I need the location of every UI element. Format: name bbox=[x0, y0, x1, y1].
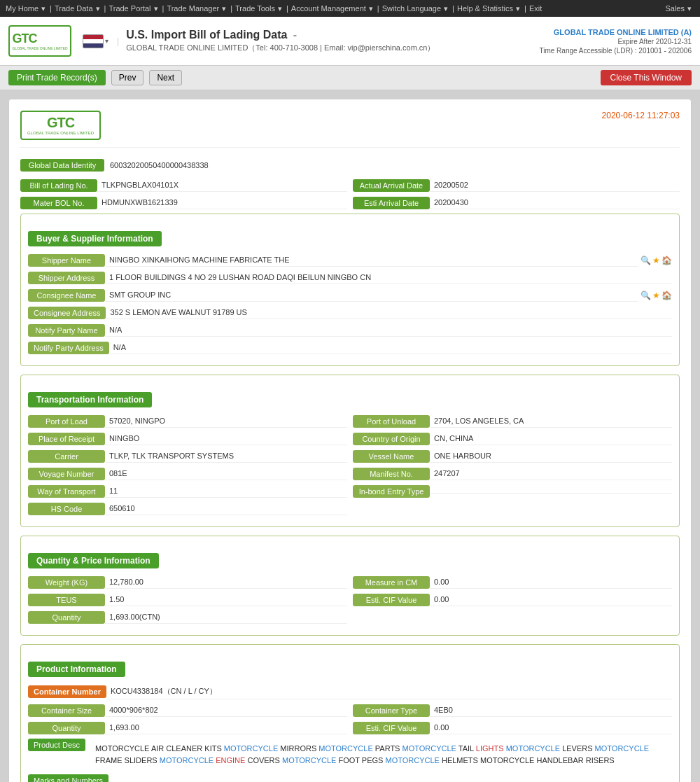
product-desc-label: Product Desc bbox=[28, 739, 85, 751]
consignee-home-icon[interactable]: 🏠 bbox=[662, 291, 672, 300]
marks-numbers-row: Marks and Numbers MT bbox=[28, 774, 672, 782]
marks-numbers-label: Marks and Numbers bbox=[28, 774, 108, 782]
measure-cm-label: Measure in CM bbox=[353, 576, 430, 589]
hs-code-label: HS Code bbox=[28, 503, 105, 515]
container-size-value: 4000*906*802 bbox=[105, 704, 347, 717]
teus-cif-row: TEUS 1.50 Esti. CIF Value 0.00 bbox=[28, 593, 672, 606]
notify-address-row: Notify Party Address N/A bbox=[28, 341, 672, 354]
weight-label: Weight (KG) bbox=[28, 576, 105, 589]
consignee-address-value: 352 S LEMON AVE WALNUT 91789 US bbox=[106, 306, 672, 319]
quantity-row: Quantity 1,693.00(CTN) bbox=[28, 610, 672, 624]
way-of-transport-cell: Way of Transport 11 bbox=[28, 484, 347, 498]
logo-area: GTC GLOBAL TRADE ONLINE LIMITED bbox=[8, 25, 71, 57]
next-button[interactable]: Next bbox=[149, 70, 182, 85]
consignee-name-cell: Consignee Name SMT GROUP INC 🔍 ★ 🏠 bbox=[28, 288, 672, 302]
voyage-number-label: Voyage Number bbox=[28, 468, 105, 480]
print-button[interactable]: Print Trade Record(s) bbox=[8, 70, 106, 85]
flag-chevron[interactable]: ▾ bbox=[105, 37, 108, 45]
quantity-price-title: Quantity & Price Information bbox=[28, 553, 159, 568]
consignee-star-icon[interactable]: ★ bbox=[652, 291, 660, 300]
product-desc-value: MOTORCYCLE AIR CLEANER KITS MOTORCYCLE M… bbox=[91, 739, 672, 770]
nav-my-home[interactable]: My Home bbox=[6, 4, 38, 13]
container-number-value: KOCU4338184（CN / L / CY） bbox=[106, 684, 672, 699]
hs-code-row: HS Code 650610 bbox=[28, 502, 672, 515]
logo-box: GTC GLOBAL TRADE ONLINE LIMITED bbox=[8, 25, 71, 57]
teus-cell: TEUS 1.50 bbox=[28, 593, 347, 606]
prev-button[interactable]: Prev bbox=[111, 70, 144, 85]
teus-value: 1.50 bbox=[105, 593, 347, 606]
way-inbond-row: Way of Transport 11 In-bond Entry Type bbox=[28, 484, 672, 498]
product-quantity-label: Quantity bbox=[28, 722, 105, 734]
inbond-entry-label: In-bond Entry Type bbox=[353, 485, 430, 498]
transportation-section: Transportation Information Port of Load … bbox=[20, 375, 680, 527]
nav-trade-manager[interactable]: Trade Manager bbox=[167, 4, 219, 13]
nav-trade-tools[interactable]: Trade Tools bbox=[235, 4, 275, 13]
inbond-entry-cell: In-bond Entry Type bbox=[353, 485, 672, 498]
carrier-value: TLKP, TLK TRANSPORT SYSTEMS bbox=[105, 449, 347, 463]
header-right: GLOBAL TRADE ONLINE LIMITED (A) Expire A… bbox=[539, 28, 692, 55]
shipper-address-row: Shipper Address 1 FLOOR BUILDINGS 4 NO 2… bbox=[28, 271, 672, 284]
esti-arrival-value: 20200430 bbox=[430, 196, 680, 209]
buyer-supplier-section: Buyer & Supplier Information Shipper Nam… bbox=[20, 214, 680, 366]
global-data-identity-label: Global Data Identity bbox=[20, 159, 104, 172]
doc-header: GTC GLOBAL TRADE ONLINE LIMITED 2020-06-… bbox=[20, 111, 680, 148]
consignee-address-label: Consignee Address bbox=[28, 307, 106, 319]
product-quantity-cell: Quantity 1,693.00 bbox=[28, 721, 347, 734]
nav-account-management[interactable]: Account Management bbox=[291, 4, 366, 13]
top-navigation: My Home ▾ | Trade Data ▾ | Trade Portal … bbox=[0, 0, 700, 17]
port-row: Port of Load 57020, NINGPO Port of Unloa… bbox=[28, 414, 672, 428]
shipper-search-icon[interactable]: 🔍 bbox=[640, 256, 651, 265]
weight-cell: Weight (KG) 12,780.00 bbox=[28, 575, 347, 589]
consignee-name-row: Consignee Name SMT GROUP INC 🔍 ★ 🏠 bbox=[28, 288, 672, 302]
consignee-name-label: Consignee Name bbox=[28, 289, 105, 302]
notify-name-row: Notify Party Name N/A bbox=[28, 323, 672, 337]
buyer-supplier-title: Buyer & Supplier Information bbox=[28, 231, 162, 246]
transportation-title: Transportation Information bbox=[28, 392, 152, 407]
notify-party-address-label: Notify Party Address bbox=[28, 342, 109, 354]
way-of-transport-value: 11 bbox=[105, 484, 347, 498]
global-data-identity-value: 60032020050400000438338 bbox=[104, 159, 214, 172]
top-toolbar: Print Trade Record(s) Prev Next Close Th… bbox=[0, 66, 700, 90]
product-info-section: Product Information Container Number KOC… bbox=[20, 644, 680, 782]
teus-label: TEUS bbox=[28, 594, 105, 606]
nav-sales[interactable]: Sales bbox=[665, 4, 685, 13]
nav-trade-data[interactable]: Trade Data bbox=[55, 4, 93, 13]
nav-exit[interactable]: Exit bbox=[529, 4, 542, 13]
flag-area: ▾ bbox=[83, 34, 108, 48]
close-button[interactable]: Close This Window bbox=[601, 70, 692, 85]
product-esti-cif-cell: Esti. CIF Value 0.00 bbox=[353, 721, 672, 734]
doc-logo: GTC GLOBAL TRADE ONLINE LIMITED bbox=[20, 111, 101, 140]
country-of-origin-label: Country of Origin bbox=[353, 433, 430, 445]
nav-switch-language[interactable]: Switch Language bbox=[382, 4, 441, 13]
notify-party-name-value: N/A bbox=[105, 323, 672, 337]
nav-help-statistics[interactable]: Help & Statistics bbox=[457, 4, 513, 13]
shipper-home-icon[interactable]: 🏠 bbox=[662, 256, 672, 265]
shipper-name-row: Shipper Name NINGBO XINKAIHONG MACHINE F… bbox=[28, 253, 672, 267]
vessel-name-value: ONE HARBOUR bbox=[430, 449, 672, 463]
receipt-origin-row: Place of Receipt NINGBO Country of Origi… bbox=[28, 432, 672, 445]
consignee-search-icon[interactable]: 🔍 bbox=[640, 291, 651, 300]
esti-cif-value: 0.00 bbox=[430, 593, 672, 606]
esti-cif-cell: Esti. CIF Value 0.00 bbox=[353, 593, 672, 606]
carrier-label: Carrier bbox=[28, 450, 105, 463]
hs-code-value: 650610 bbox=[105, 502, 347, 515]
page-title: U.S. Import Bill of Lading Data - bbox=[126, 29, 539, 41]
port-of-unload-value: 2704, LOS ANGELES, CA bbox=[430, 414, 672, 428]
notify-name-cell: Notify Party Name N/A bbox=[28, 323, 672, 337]
manifest-no-label: Manifest No. bbox=[353, 468, 430, 480]
doc-logo-sub: GLOBAL TRADE ONLINE LIMITED bbox=[27, 131, 94, 136]
doc-logo-text: GTC bbox=[47, 115, 74, 131]
actual-arrival-value: 20200502 bbox=[430, 179, 680, 192]
header-contact: GLOBAL TRADE ONLINE LIMITED（Tel: 400-710… bbox=[126, 43, 539, 53]
voyage-manifest-row: Voyage Number 081E Manifest No. 247207 bbox=[28, 467, 672, 480]
product-quantity-value: 1,693.00 bbox=[105, 721, 347, 734]
flag-icon bbox=[83, 34, 104, 48]
identity-row: Global Data Identity 6003202005040000043… bbox=[20, 159, 680, 172]
shipper-star-icon[interactable]: ★ bbox=[652, 256, 660, 265]
company-name-header: GLOBAL TRADE ONLINE LIMITED (A) bbox=[539, 28, 692, 36]
vessel-name-cell: Vessel Name ONE HARBOUR bbox=[353, 449, 672, 463]
shipper-address-cell: Shipper Address 1 FLOOR BUILDINGS 4 NO 2… bbox=[28, 271, 672, 284]
place-of-receipt-label: Place of Receipt bbox=[28, 433, 105, 445]
country-of-origin-cell: Country of Origin CN, CHINA bbox=[353, 432, 672, 445]
nav-trade-portal[interactable]: Trade Portal bbox=[108, 4, 150, 13]
